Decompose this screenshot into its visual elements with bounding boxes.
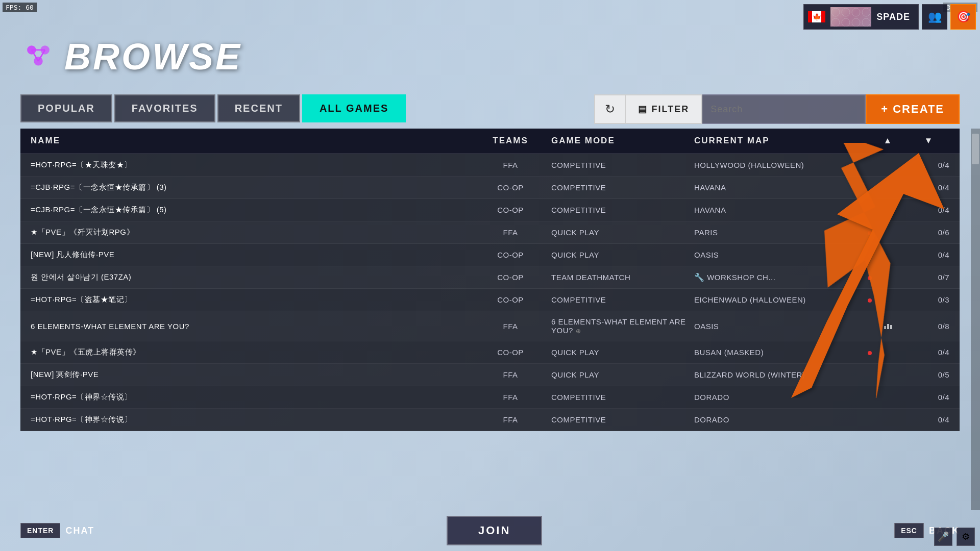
- tab-favorites[interactable]: FAVORITES: [114, 94, 215, 122]
- row-name: =HOT·RPG=〔神界☆传说〕: [31, 392, 470, 402]
- top-right-area: 🍁 SPADE 👥 🎯: [803, 4, 976, 30]
- row-icon-cell: [868, 322, 909, 331]
- row-teams: FFA: [470, 370, 551, 379]
- game-mode-icon: ⊕: [576, 328, 581, 335]
- row-teams: CO-OP: [470, 273, 551, 282]
- enter-key-badge: ENTER: [20, 523, 60, 538]
- row-map: HAVANA: [694, 206, 868, 214]
- table-row[interactable]: =CJB·RPG=〔一念永恒★传承篇〕 (3) CO-OP COMPETITIV…: [20, 177, 960, 199]
- table-row[interactable]: =HOT·RPG=〔神界☆传说〕 FFA COMPETITIVE DORADO …: [20, 386, 960, 409]
- row-map: BLIZZARD WORLD (WINTER): [694, 370, 868, 379]
- table-row[interactable]: 원 안에서 살아남기 (E37ZA) CO-OP TEAM DEATHMATCH…: [20, 266, 960, 289]
- settings-icon: ⚙: [962, 531, 970, 542]
- bottom-right-icons: 🎤 ⚙: [934, 528, 975, 546]
- row-teams: FFA: [470, 415, 551, 424]
- banner-overlay: [830, 7, 871, 27]
- mic-button[interactable]: 🎤: [934, 528, 952, 546]
- row-name: =HOT·RPG=〔盗墓★笔记〕: [31, 295, 470, 305]
- table-row[interactable]: [NEW] 冥剑传·PVE FFA QUICK PLAY BLIZZARD WO…: [20, 364, 960, 386]
- row-name: ★「PVE」《歼灭计划RPG》: [31, 228, 470, 237]
- row-game-mode: 6 ELEMENTS-WHAT ELEMENT ARE YOU? ⊕: [551, 317, 694, 335]
- row-name: ★「PVE」《五虎上将群英传》: [31, 347, 470, 357]
- row-icon-cell: [868, 273, 909, 282]
- maple-leaf-icon: 🍁: [813, 13, 821, 21]
- row-count: 0/4: [909, 206, 949, 214]
- join-button[interactable]: JOIN: [447, 516, 542, 545]
- row-map: PARIS: [694, 228, 868, 237]
- mic-icon: 🎤: [938, 531, 949, 542]
- row-game-mode: COMPETITIVE: [551, 415, 694, 424]
- bottom-bar: ENTER CHAT JOIN ESC BACK: [0, 510, 980, 551]
- row-game-mode: COMPETITIVE: [551, 161, 694, 169]
- action-bar: ↻ ▤ FILTER + CREATE: [594, 94, 960, 124]
- friends-button[interactable]: 👥: [922, 4, 947, 30]
- settings-button[interactable]: ⚙: [957, 528, 975, 546]
- row-game-mode: TEAM DEATHMATCH: [551, 273, 694, 282]
- row-teams: FFA: [470, 393, 551, 402]
- tab-navigation: POPULAR FAVORITES RECENT ALL GAMES: [20, 94, 408, 122]
- fps-counter: FPS: 60: [3, 3, 37, 12]
- browse-logo-icon: [20, 39, 56, 74]
- table-row[interactable]: =CJB·RPG=〔一念永恒★传承篇〕 (5) CO-OP COMPETITIV…: [20, 199, 960, 221]
- row-name: [NEW] 冥剑传·PVE: [31, 370, 470, 380]
- workshop-icon: 🔧: [694, 273, 705, 282]
- row-game-mode: COMPETITIVE: [551, 295, 694, 304]
- row-map-text: WORKSHOP CH...: [707, 273, 775, 282]
- table-row[interactable]: =HOT·RPG=〔★天珠变★〕 FFA COMPETITIVE HOLLYWO…: [20, 154, 960, 177]
- esc-key-badge: ESC: [894, 523, 924, 538]
- col-game-mode: GAME MODE: [551, 136, 694, 146]
- row-icon-cell: [868, 348, 909, 357]
- scroll-thumb[interactable]: [972, 134, 979, 164]
- table-row[interactable]: =HOT·RPG=〔神界☆传说〕 FFA COMPETITIVE DORADO …: [20, 409, 960, 431]
- row-teams: CO-OP: [470, 183, 551, 192]
- row-game-mode: COMPETITIVE: [551, 393, 694, 402]
- loot-icon: 🎯: [957, 10, 970, 23]
- row-icon-cell: [868, 228, 909, 237]
- main-content: BROWSE POPULAR FAVORITES RECENT ALL GAME…: [0, 0, 980, 551]
- col-sort-desc[interactable]: ▼: [909, 136, 949, 146]
- row-count: 0/4: [909, 161, 949, 169]
- user-profile-card[interactable]: 🍁 SPADE: [803, 4, 919, 30]
- table-row[interactable]: [NEW] 凡人修仙传·PVE CO-OP QUICK PLAY OASIS 0…: [20, 244, 960, 266]
- scroll-track: [971, 129, 980, 510]
- row-map: BUSAN (MASKED): [694, 348, 868, 357]
- row-icon-cell: [868, 295, 909, 304]
- tab-all-games[interactable]: ALL GAMES: [302, 94, 406, 122]
- refresh-button[interactable]: ↻: [594, 94, 626, 124]
- game-table: NAME TEAMS GAME MODE CURRENT MAP ▲ ▼ =HO…: [20, 129, 960, 431]
- bar-chart-icon: [884, 324, 892, 329]
- row-count: 0/5: [909, 370, 949, 379]
- row-name: =CJB·RPG=〔一念永恒★传承篇〕 (3): [31, 183, 470, 192]
- table-row[interactable]: =HOT·RPG=〔盗墓★笔记〕 CO-OP COMPETITIVE EICHE…: [20, 289, 960, 311]
- col-current-map: CURRENT MAP: [694, 136, 868, 146]
- filter-button[interactable]: ▤ FILTER: [626, 94, 703, 124]
- col-sort-asc[interactable]: ▲: [868, 136, 909, 146]
- row-teams: CO-OP: [470, 251, 551, 259]
- row-count: 0/8: [909, 322, 949, 331]
- col-name: NAME: [31, 136, 470, 146]
- flag-icon: 🍁: [808, 11, 825, 22]
- profile-banner: [830, 7, 871, 27]
- row-teams: FFA: [470, 161, 551, 169]
- row-name: 원 안에서 살아남기 (E37ZA): [31, 272, 470, 282]
- row-name: =CJB·RPG=〔一念永恒★传承篇〕 (5): [31, 205, 470, 215]
- row-game-mode: QUICK PLAY: [551, 251, 694, 259]
- loot-button[interactable]: 🎯: [950, 4, 976, 30]
- refresh-icon: ↻: [605, 102, 615, 116]
- tab-popular[interactable]: POPULAR: [20, 94, 112, 122]
- row-name: =HOT·RPG=〔神界☆传说〕: [31, 415, 470, 424]
- search-input[interactable]: [710, 104, 856, 115]
- row-icon-cell: [868, 251, 909, 259]
- row-name: [NEW] 凡人修仙传·PVE: [31, 250, 470, 260]
- table-row[interactable]: ★「PVE」《歼灭计划RPG》 FFA QUICK PLAY PARIS 0/6: [20, 221, 960, 244]
- table-row[interactable]: 6 ELEMENTS-WHAT ELEMENT ARE YOU? FFA 6 E…: [20, 311, 960, 341]
- row-teams: CO-OP: [470, 206, 551, 214]
- row-count: 0/6: [909, 228, 949, 237]
- browse-header: BROWSE: [20, 36, 242, 78]
- create-button[interactable]: + CREATE: [866, 94, 960, 124]
- row-count: 0/4: [909, 348, 949, 357]
- row-teams: CO-OP: [470, 295, 551, 304]
- table-row[interactable]: ★「PVE」《五虎上将群英传》 CO-OP QUICK PLAY BUSAN (…: [20, 341, 960, 364]
- tab-recent[interactable]: RECENT: [217, 94, 300, 122]
- row-teams: CO-OP: [470, 348, 551, 357]
